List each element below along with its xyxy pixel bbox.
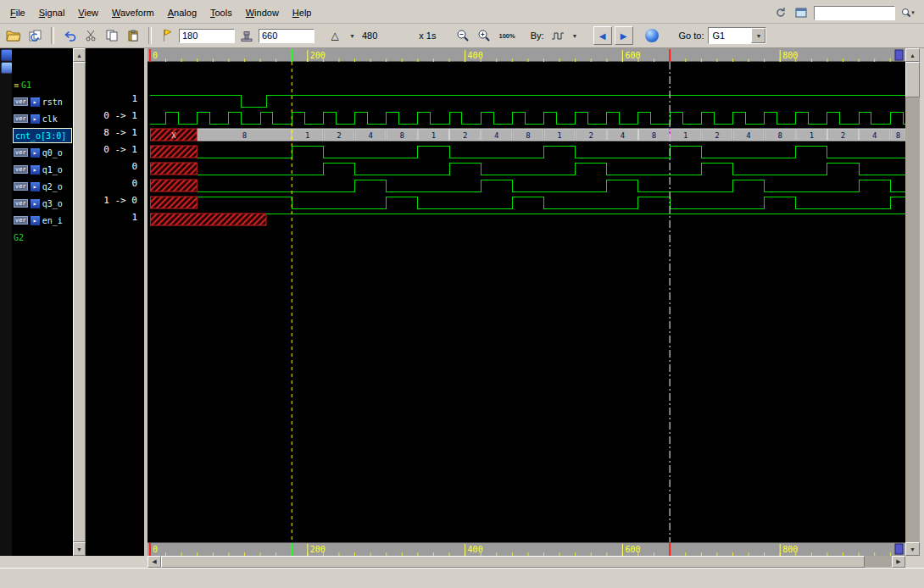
menu-analog[interactable]: Analog (161, 5, 203, 20)
cursor-time-input[interactable] (179, 29, 235, 43)
unknown-region[interactable] (151, 214, 266, 225)
unknown-region[interactable] (151, 146, 198, 158)
unknown-region[interactable] (151, 180, 198, 191)
signal-row-en_i[interactable]: ver▸en_i (12, 212, 73, 229)
app-button[interactable] (643, 26, 661, 45)
paste-icon (127, 30, 139, 42)
signal-row-q2_o[interactable]: ver▸q2_o (12, 178, 73, 195)
menu-tools[interactable]: Tools (203, 5, 239, 20)
signal-name-panel[interactable]: ≡G1ver▸rstnver▸clkcnt_o[3:0]ver▸q0_over▸… (12, 48, 73, 556)
unknown-region[interactable] (151, 197, 198, 208)
svg-text:4: 4 (746, 131, 750, 140)
scroll-down-button[interactable]: ▼ (73, 542, 86, 556)
scroll-left-button[interactable]: ◀ (148, 556, 161, 568)
zoom-full-button[interactable]: 100% (496, 26, 517, 45)
back-icon: ◀ (599, 31, 606, 41)
signal-group-G2[interactable]: G2 (12, 229, 73, 246)
copy-button[interactable] (103, 26, 121, 45)
signal-row-clk[interactable]: ver▸clk (12, 110, 73, 127)
waveform-vertical-scrollbar[interactable]: ▲ ▼ (905, 48, 920, 556)
marker-time-input[interactable] (259, 29, 314, 43)
signal-value-en_i: 1 (86, 212, 144, 229)
goto-dropdown-button[interactable]: ▼ (751, 28, 765, 43)
scroll-right-button[interactable]: ▶ (892, 556, 905, 568)
signal-row-q1_o[interactable]: ver▸q1_o (12, 161, 73, 178)
signal-type-icon: ▸ (31, 114, 40, 124)
signal-row-rstn[interactable]: ver▸rstn (12, 93, 73, 110)
svg-text:4: 4 (368, 131, 372, 140)
scrollbar-track[interactable] (905, 97, 920, 542)
cut-button[interactable] (81, 26, 100, 45)
svg-text:600: 600 (625, 545, 640, 554)
refresh-icon (775, 7, 787, 19)
group-expand-icon[interactable]: ≡ (14, 80, 19, 90)
goto-label: Go to: (677, 31, 706, 41)
signal-group-G1[interactable]: ≡G1 (12, 76, 73, 93)
scrollbar-thumb[interactable] (73, 62, 86, 542)
signal-row-q3_o[interactable]: ver▸q3_o (12, 195, 73, 212)
scrollbar-thumb[interactable] (905, 62, 920, 97)
paste-button[interactable] (124, 26, 142, 45)
window-button[interactable] (793, 6, 809, 19)
reload-icon (29, 30, 42, 42)
panel-scrollbar[interactable]: ▲ ▼ (73, 48, 86, 556)
ver-badge: ver (14, 97, 28, 106)
menu-signal[interactable]: Signal (32, 5, 72, 20)
svg-text:1: 1 (431, 131, 436, 140)
menu-view[interactable]: View (71, 5, 105, 20)
range-mode-button[interactable]: △ (326, 26, 344, 45)
signal-row-cnt_o[3:0][interactable]: cnt_o[3:0] (13, 128, 72, 143)
scroll-up-button[interactable]: ▲ (905, 48, 920, 62)
signal-name: clk (42, 114, 58, 124)
svg-text:2: 2 (841, 131, 845, 140)
scrollbar-track[interactable] (865, 556, 892, 568)
search-forward-button[interactable]: ▶ (615, 26, 633, 45)
search-input[interactable] (814, 6, 895, 20)
zoom-out-button[interactable] (454, 26, 472, 45)
triangle-icon: △ (331, 30, 338, 42)
marker-stamp-button[interactable] (237, 26, 256, 45)
status-bar (0, 568, 924, 588)
waveform-canvas[interactable] (148, 48, 905, 556)
waveform-svg[interactable]: 02004006008000200400600800X8124812481248… (148, 48, 905, 556)
menu-file[interactable]: File (3, 5, 32, 20)
toolbar-separator (148, 27, 152, 44)
horizontal-scrollbar[interactable]: ◀ ▶ (148, 556, 905, 568)
strip-tool-button-1[interactable] (1, 49, 13, 61)
signal-value-q1_o: 0 (86, 161, 144, 178)
reload-button[interactable] (26, 26, 45, 45)
menu-window[interactable]: Window (239, 5, 286, 20)
goto-dropdown[interactable]: G1 ▼ (708, 27, 766, 44)
signal-value-clk: 0 -> 1 (86, 110, 144, 127)
signal-row-q0_o[interactable]: ver▸q0_o (12, 144, 73, 161)
undo-icon (64, 31, 76, 42)
range-dropdown-button[interactable]: ▼ (347, 26, 358, 45)
main-area: ≡G1ver▸rstnver▸clkcnt_o[3:0]ver▸q0_over▸… (0, 48, 924, 568)
zoom-in-button[interactable] (475, 26, 493, 45)
strip-tool-button-2[interactable] (1, 62, 13, 74)
ver-badge: ver (14, 199, 28, 208)
waveform-area[interactable]: 02004006008000200400600800X8124812481248… (148, 48, 905, 556)
menu-help[interactable]: Help (286, 5, 319, 20)
ver-badge: ver (14, 114, 28, 123)
stamp-icon (241, 31, 253, 42)
menubar-right: ▾ (773, 6, 919, 20)
scrollbar-thumb[interactable] (161, 556, 865, 568)
svg-text:8: 8 (652, 131, 656, 140)
refresh-button[interactable] (773, 6, 788, 19)
scissors-icon (85, 30, 97, 42)
unknown-region[interactable] (151, 163, 198, 175)
scroll-down-button[interactable]: ▼ (905, 542, 920, 556)
cursor-marker-button[interactable] (158, 26, 176, 45)
by-dropdown-button[interactable]: ▼ (570, 26, 581, 45)
open-button[interactable] (3, 26, 24, 45)
scroll-up-button[interactable]: ▲ (73, 48, 86, 62)
quick-find-button[interactable]: ▾ (900, 6, 916, 19)
undo-button[interactable] (60, 26, 79, 45)
menu-waveform[interactable]: Waveform (105, 5, 161, 20)
search-backward-button[interactable]: ◀ (593, 26, 612, 45)
signal-value-panel[interactable]: 10 -> 18 -> 10 -> 1001 -> 01 (86, 48, 144, 556)
signal-type-icon: ▸ (31, 165, 40, 175)
search-by-mode-button[interactable] (548, 26, 567, 45)
svg-text:2: 2 (715, 131, 719, 140)
